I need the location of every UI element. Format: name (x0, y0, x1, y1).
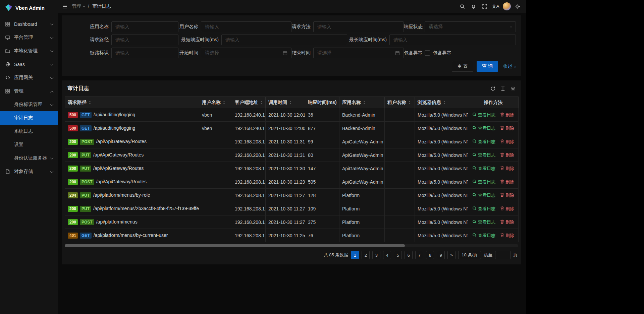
table-row[interactable]: 200PUT/api/ApiGateway/Routes192.168.208.… (65, 148, 519, 162)
sort-icon[interactable] (89, 101, 91, 104)
user-name-input[interactable] (201, 21, 291, 32)
bell-icon[interactable] (468, 0, 479, 13)
view-log-button[interactable]: 查看日志 (472, 166, 495, 172)
delete-button[interactable]: 删除 (500, 166, 514, 172)
table-row[interactable]: 200POST/api/ApiGateway/Routes192.168.208… (65, 175, 519, 189)
jump-page-input[interactable] (495, 251, 511, 259)
request-path-input[interactable] (111, 35, 178, 45)
sidebar-item-system-log[interactable]: 系统日志 (0, 125, 58, 138)
menu-fold-icon[interactable] (58, 0, 72, 13)
view-log-button[interactable]: 查看日志 (472, 192, 495, 198)
view-log-button[interactable]: 查看日志 (472, 112, 495, 118)
view-log-button[interactable]: 查看日志 (472, 206, 495, 212)
sidebar-item-object-storage[interactable]: 对象存储 (0, 165, 58, 178)
page-button-2[interactable]: 2 (362, 251, 370, 259)
view-log-button[interactable]: 查看日志 (472, 125, 495, 131)
table-row[interactable]: 200PUT/api/platform/menus/2b3accf8-4fb8-… (65, 202, 519, 215)
sort-icon[interactable] (289, 101, 291, 104)
column-header[interactable]: 操作方法 (468, 97, 519, 108)
refresh-icon[interactable] (490, 86, 495, 91)
view-log-button[interactable]: 查看日志 (472, 139, 495, 145)
delete-button[interactable]: 删除 (500, 125, 514, 131)
min-response-time-input[interactable] (221, 35, 347, 45)
table-row[interactable]: 200PUT/api/ApiGateway/Routes192.168.208.… (65, 162, 519, 175)
table-row[interactable]: 204PUT/api/platform/menus/by-role192.168… (65, 189, 519, 202)
delete-button[interactable]: 删除 (500, 233, 514, 239)
page-button-7[interactable]: 7 (415, 251, 423, 259)
scrollbar-thumb[interactable] (65, 244, 405, 247)
view-log-button[interactable]: 查看日志 (472, 219, 495, 225)
page-button-4[interactable]: 4 (383, 251, 391, 259)
response-status-select[interactable]: 请选择 (425, 21, 516, 32)
column-header[interactable]: 租户名称 (385, 97, 415, 108)
sidebar-item-platform[interactable]: 平台管理 (0, 31, 58, 44)
delete-button[interactable]: 删除 (500, 139, 514, 145)
sort-icon[interactable] (223, 101, 225, 104)
avatar[interactable] (501, 0, 512, 13)
end-time-picker[interactable]: 请选择 (313, 48, 404, 58)
sidebar-item-audit-log[interactable]: 审计日志 (0, 111, 58, 125)
page-button-9[interactable]: 9 (437, 251, 445, 259)
delete-button[interactable]: 删除 (500, 152, 514, 158)
search-icon[interactable] (457, 0, 468, 13)
column-header[interactable]: 响应时间(ms) (305, 97, 339, 108)
table-row[interactable]: 200POST/api/ApiGateway/Routes192.168.208… (65, 135, 519, 148)
reset-button[interactable]: 重 置 (452, 61, 473, 72)
page-button-3[interactable]: 3 (372, 251, 380, 259)
page-button-1[interactable]: 1 (351, 251, 359, 259)
delete-button[interactable]: 删除 (500, 206, 514, 212)
column-settings-icon[interactable] (511, 86, 516, 91)
page-button-5[interactable]: 5 (394, 251, 402, 259)
sidebar-item-management[interactable]: 管理 (0, 84, 58, 98)
sort-icon[interactable] (409, 101, 411, 104)
collapse-link[interactable]: 收起 (503, 63, 516, 69)
translate-icon[interactable]: 文A (490, 0, 501, 13)
column-header[interactable]: 请求路径 (65, 97, 199, 108)
table-row[interactable]: 401GET/api/platform/menus/by-current-use… (65, 229, 519, 242)
max-response-time-input[interactable] (389, 35, 516, 45)
view-log-button[interactable]: 查看日志 (472, 179, 495, 185)
logo[interactable]: Vben Admin (0, 0, 58, 15)
sort-icon[interactable] (261, 101, 263, 104)
settings-gear-icon[interactable] (512, 0, 523, 13)
sidebar-item-dashboard[interactable]: Dashboard (0, 17, 58, 31)
page-button-6[interactable]: 6 (405, 251, 413, 259)
page-button-8[interactable]: 8 (426, 251, 434, 259)
delete-button[interactable]: 删除 (500, 179, 514, 185)
query-button[interactable]: 查 询 (477, 61, 498, 72)
table-row[interactable]: 200POST/api/platform/menus192.168.208.12… (65, 215, 519, 229)
view-log-button[interactable]: 查看日志 (472, 152, 495, 158)
breadcrumb-parent[interactable]: 管理 (72, 3, 85, 9)
column-header[interactable]: 浏览器信息 (415, 97, 468, 108)
delete-button[interactable]: 删除 (500, 112, 514, 118)
column-header[interactable]: 用户名称 (199, 97, 232, 108)
table-row[interactable]: 500GET/api/auditing/loggingvben192.168.2… (65, 122, 519, 135)
sidebar-item-auth-server[interactable]: 身份认证服务器 (0, 151, 58, 165)
search-log-icon (472, 193, 477, 198)
view-log-button[interactable]: 查看日志 (472, 233, 495, 239)
column-header[interactable]: 应用名称 (339, 97, 385, 108)
trace-id-input[interactable] (111, 48, 178, 58)
row-height-icon[interactable] (500, 86, 505, 91)
app-name-input[interactable] (111, 21, 178, 32)
sort-icon[interactable] (363, 101, 365, 104)
delete-button[interactable]: 删除 (500, 219, 514, 225)
request-method-input[interactable] (313, 21, 404, 32)
page-size-select[interactable]: 10 条/页 (458, 251, 481, 259)
fullscreen-icon[interactable] (479, 0, 490, 13)
sidebar-item-localization[interactable]: 本地化管理 (0, 44, 58, 58)
start-time-picker[interactable]: 请选择 (201, 48, 291, 58)
breadcrumb-separator: / (88, 4, 89, 9)
column-header[interactable]: 调用时间 (266, 97, 305, 108)
table-row[interactable]: 500GET/api/auditing/loggingvben192.168.2… (65, 108, 519, 122)
delete-button[interactable]: 删除 (500, 192, 514, 198)
sidebar-item-gateway[interactable]: 应用网关 (0, 71, 58, 84)
include-exception-checkbox[interactable] (425, 50, 430, 56)
sort-icon[interactable] (443, 101, 445, 104)
sidebar-item-settings[interactable]: 设置 (0, 138, 58, 151)
sidebar-item-identity-management[interactable]: 身份标识管理 (0, 98, 58, 111)
horizontal-scrollbar[interactable] (65, 244, 518, 247)
column-header[interactable]: 客户端地址 (232, 97, 266, 108)
next-page-button[interactable]: > (447, 251, 455, 259)
sidebar-item-saas[interactable]: Saas (0, 58, 58, 71)
